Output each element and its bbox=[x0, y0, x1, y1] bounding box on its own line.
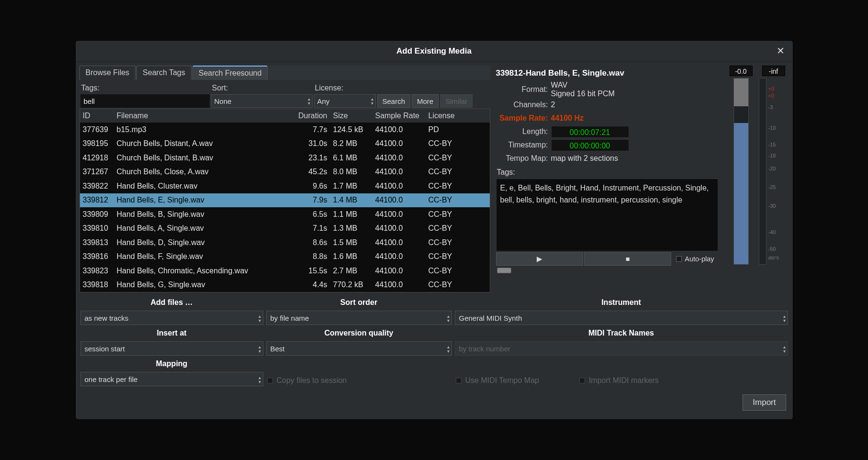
insert-at-select[interactable]: session start ▴▾ bbox=[80, 341, 263, 356]
table-row[interactable]: 339816Hand Bells, F, Single.wav8.8s1.6 M… bbox=[80, 250, 490, 264]
checkbox-icon bbox=[456, 378, 462, 383]
meter-right-readout: -inf bbox=[762, 66, 785, 76]
results-table: ID Filename Duration Size Sample Rate Li… bbox=[79, 109, 490, 292]
length-value: 00:00:07:21 bbox=[551, 126, 629, 138]
tags-input[interactable] bbox=[80, 94, 210, 108]
tab-search-freesound[interactable]: Search Freesound bbox=[192, 66, 268, 80]
channels-value: 2 bbox=[551, 101, 555, 109]
table-row[interactable]: 377639b15.mp37.7s124.5 kB44100.0PD bbox=[80, 123, 490, 137]
col-id[interactable]: ID bbox=[80, 112, 116, 120]
col-size[interactable]: Size bbox=[330, 112, 372, 120]
tags-header: Tags: bbox=[496, 165, 718, 179]
table-row[interactable]: 339809Hand Bells, B, Single.wav6.5s1.1 M… bbox=[80, 207, 490, 222]
table-row[interactable]: 339822Hand Bells, Cluster.wav9.6s1.7 MB4… bbox=[80, 179, 490, 193]
autoplay-label: Auto-play bbox=[685, 255, 714, 263]
content: Browse FilesSearch TagsSearch Freesound … bbox=[76, 62, 793, 419]
tab-browse-files[interactable]: Browse Files bbox=[79, 66, 136, 80]
meter-left-readout: -0.0 bbox=[730, 66, 753, 76]
checkbox-icon bbox=[267, 378, 273, 383]
info-panel: 339812-Hand Bells, E, Single.wav Format:… bbox=[492, 66, 720, 292]
tags-label: Tags: bbox=[80, 82, 210, 94]
import-button[interactable]: Import bbox=[743, 394, 786, 411]
add-files-label: Add files … bbox=[80, 296, 263, 309]
timestamp-label: Timestamp: bbox=[496, 141, 551, 149]
col-license[interactable]: License bbox=[422, 112, 460, 120]
mapping-label: Mapping bbox=[80, 358, 263, 370]
tempo-value: map with 2 sections bbox=[551, 154, 619, 163]
timestamp-value: 00:00:00:00 bbox=[551, 139, 629, 151]
titlebar: Add Existing Media ✕ bbox=[76, 41, 793, 62]
col-samplerate[interactable]: Sample Rate bbox=[372, 112, 422, 120]
seek-slider[interactable] bbox=[496, 267, 718, 274]
left-panel: Browse FilesSearch TagsSearch Freesound … bbox=[79, 66, 490, 292]
table-row[interactable]: 339810Hand Bells, A, Single.wav7.1s1.3 M… bbox=[80, 222, 490, 236]
tabs: Browse FilesSearch TagsSearch Freesound bbox=[79, 66, 490, 80]
table-row[interactable]: 371267Church Bells, Close, A.wav45.2s8.0… bbox=[80, 165, 490, 180]
instrument-select[interactable]: General MIDI Synth ▴▾ bbox=[455, 311, 788, 325]
table-header: ID Filename Duration Size Sample Rate Li… bbox=[80, 109, 490, 123]
window-title: Add Existing Media bbox=[396, 46, 472, 56]
autoplay-toggle[interactable]: Auto-play bbox=[672, 252, 718, 266]
chevron-updown-icon: ▴▾ bbox=[783, 314, 786, 323]
add-files-select[interactable]: as new tracks ▴▾ bbox=[80, 311, 263, 325]
more-button[interactable]: More bbox=[412, 94, 439, 108]
meter-scale: +3+0-3-10-15-18-20-25-30-40-50dBFS bbox=[767, 78, 789, 265]
play-button[interactable]: ▶ bbox=[496, 252, 583, 266]
table-row[interactable]: 339813Hand Bells, D, Single.wav8.6s1.5 M… bbox=[80, 236, 490, 250]
sort-order-label: Sort order bbox=[266, 296, 452, 309]
info-title: 339812-Hand Bells, E, Single.wav bbox=[496, 67, 718, 81]
meter-right-bar bbox=[759, 78, 767, 265]
similar-button: Similar bbox=[440, 94, 473, 108]
format-label: Format: bbox=[496, 85, 551, 94]
tempo-label: Tempo Map: bbox=[496, 154, 551, 163]
options-area: Add files … as new tracks ▴▾ Insert at s… bbox=[79, 294, 789, 390]
insert-at-label: Insert at bbox=[80, 327, 263, 339]
chevron-updown-icon: ▴▾ bbox=[783, 345, 786, 353]
length-label: Length: bbox=[496, 127, 551, 136]
midi-names-select: by track number ▴▾ bbox=[455, 341, 788, 356]
chevron-updown-icon: ▴▾ bbox=[259, 375, 261, 384]
license-label: License: bbox=[314, 82, 376, 94]
chevron-updown-icon: ▴▾ bbox=[371, 97, 373, 105]
format-value-1: WAV bbox=[551, 81, 615, 90]
format-value-2: Signed 16 bit PCM bbox=[551, 90, 615, 98]
play-icon: ▶ bbox=[537, 255, 542, 263]
slider-handle-icon bbox=[497, 268, 511, 273]
meters: -0.0 -inf +3+0-3-10-15-18-20-25-30-40-50… bbox=[722, 66, 789, 292]
midi-names-label: MIDI Track Names bbox=[455, 327, 788, 339]
dialog: Add Existing Media ✕ Browse FilesSearch … bbox=[75, 40, 793, 420]
sort-select[interactable]: None ▴▾ bbox=[211, 94, 313, 108]
conversion-label: Conversion quality bbox=[266, 327, 452, 339]
footer: Import bbox=[79, 392, 789, 415]
instrument-label: Instrument bbox=[455, 296, 788, 309]
checkbox-icon bbox=[676, 256, 682, 262]
chevron-updown-icon: ▴▾ bbox=[308, 97, 310, 105]
stop-button[interactable]: ■ bbox=[584, 252, 671, 266]
chevron-updown-icon: ▴▾ bbox=[259, 345, 261, 353]
chevron-updown-icon: ▴▾ bbox=[447, 345, 450, 353]
tab-search-tags[interactable]: Search Tags bbox=[136, 66, 192, 80]
channels-label: Channels: bbox=[496, 101, 551, 109]
table-row[interactable]: 339812Hand Bells, E, Single.wav7.9s1.4 M… bbox=[80, 193, 490, 208]
mapping-select[interactable]: one track per file ▴▾ bbox=[80, 372, 263, 386]
col-filename[interactable]: Filename bbox=[116, 112, 290, 120]
table-row[interactable]: 339823Hand Bells, Chromatic, Ascending.w… bbox=[80, 264, 490, 278]
license-select[interactable]: Any ▴▾ bbox=[314, 94, 376, 108]
table-row[interactable]: 412918Church Bells, Distant, B.wav23.1s6… bbox=[80, 151, 490, 165]
table-row[interactable]: 339818Hand Bells, G, Single.wav4.4s770.2… bbox=[80, 278, 490, 292]
col-duration[interactable]: Duration bbox=[290, 112, 330, 120]
use-midi-tempo-check: Use MIDI Tempo Map bbox=[455, 373, 540, 388]
stop-icon: ■ bbox=[626, 255, 630, 263]
close-icon[interactable]: ✕ bbox=[776, 45, 786, 56]
conversion-select[interactable]: Best ▴▾ bbox=[266, 341, 452, 356]
samplerate-value: 44100 Hz bbox=[551, 114, 584, 123]
samplerate-label: Sample Rate: bbox=[496, 114, 551, 123]
checkbox-icon bbox=[579, 378, 585, 383]
chevron-updown-icon: ▴▾ bbox=[447, 314, 450, 323]
search-row: Tags: Sort: None ▴▾ License: Any bbox=[79, 80, 490, 109]
search-button[interactable]: Search bbox=[377, 94, 411, 108]
import-midi-markers-check: Import MIDI markers bbox=[578, 373, 660, 388]
sort-order-select[interactable]: by file name ▴▾ bbox=[266, 311, 452, 325]
sort-label: Sort: bbox=[211, 82, 313, 94]
table-row[interactable]: 398195Church Bells, Distant, A.wav31.0s8… bbox=[80, 137, 490, 151]
